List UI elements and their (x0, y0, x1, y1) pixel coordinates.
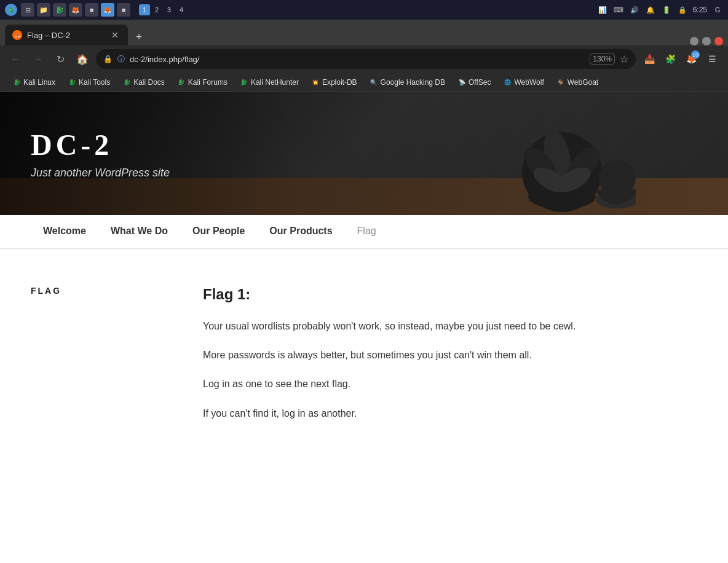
notification-icon[interactable]: 🔔 (645, 4, 656, 15)
cpu-icon: 📊 (597, 4, 608, 15)
bookmark-star-icon[interactable]: ☆ (620, 53, 628, 65)
bookmark-webwolf-label: WebWolf (514, 78, 544, 87)
kali-tools-favicon: 🐉 (68, 78, 76, 87)
bookmark-google-hacking-label: Google Hacking DB (381, 78, 445, 87)
bookmark-exploit-db-label: Exploit-DB (322, 78, 357, 87)
workspace-3[interactable]: 3 (164, 4, 175, 15)
webwolf-favicon: 🌐 (503, 78, 512, 87)
zoom-level: 130% (590, 53, 615, 65)
window-controls (690, 37, 723, 45)
nav-bar: ← → ↻ 🏠 🔒 ⓘ dc-2/index.php/flag/ 130% ☆ … (0, 45, 728, 73)
browser-tab-active[interactable]: 🦊 Flag – DC-2 ✕ (5, 25, 128, 45)
kali-linux-favicon: 🐉 (12, 78, 21, 87)
offsec-favicon: 📡 (457, 78, 466, 87)
home-button[interactable]: 🏠 (74, 50, 91, 68)
content-main: Flag 1: Your usual wordlists probably wo… (203, 286, 697, 422)
kali-nethunter-favicon: 🐉 (240, 78, 248, 87)
bookmarks-bar: 🐉 Kali Linux 🐉 Kali Tools 🐉 Kali Docs 🐉 … (0, 73, 728, 92)
nav-item-our-people[interactable]: Our People (180, 215, 257, 249)
bookmark-exploit-db[interactable]: 💥 Exploit-DB (306, 76, 362, 89)
pocket-icon[interactable]: 📥 (641, 50, 658, 68)
info-icon: ⓘ (117, 54, 125, 65)
address-bar[interactable]: 🔒 ⓘ dc-2/index.php/flag/ 130% ☆ (96, 49, 636, 69)
url-text: dc-2/index.php/flag/ (130, 55, 585, 64)
content-paragraph-4: If you can't find it, log in as another. (203, 405, 697, 422)
account-icon[interactable]: 🦊 10 (682, 50, 700, 68)
bookmark-webgoat[interactable]: 🐐 WebGoat (552, 76, 603, 89)
content-sidebar: FLAG (31, 286, 166, 422)
bookmark-kali-linux[interactable]: 🐉 Kali Linux (7, 76, 60, 89)
content-paragraph-2: More passwords is always better, but som… (203, 347, 697, 363)
google-hacking-favicon: 🔍 (370, 78, 378, 87)
site-title: DC-2 (31, 128, 170, 162)
content-heading: Flag 1: (203, 286, 697, 303)
chrome-icon: G (712, 4, 723, 15)
bookmark-webwolf[interactable]: 🌐 WebWolf (498, 76, 548, 89)
taskbar-app-3[interactable]: 🐉 (53, 3, 66, 17)
hero-text-content: DC-2 Just another WordPress site (0, 103, 200, 204)
bookmark-kali-tools-label: Kali Tools (79, 78, 110, 87)
taskbar-apps: ⊞ 📁 🐉 🦊 ■ 🦊 ■ (21, 3, 130, 17)
keyboard-icon: ⌨ (613, 4, 624, 15)
system-bar-right: 📊 ⌨ 🔊 🔔 🔋 🔒 6:25 G (597, 4, 723, 15)
nav-item-our-products[interactable]: Our Products (257, 215, 344, 249)
minimize-button[interactable] (690, 37, 698, 45)
security-icon: 🔒 (103, 55, 113, 63)
nav-right-controls: 📥 🧩 🦊 10 ☰ (641, 50, 721, 68)
taskbar-app-5[interactable]: ■ (85, 3, 98, 17)
menu-button[interactable]: ☰ (703, 50, 721, 68)
main-content-area: FLAG Flag 1: Your usual wordlists probab… (0, 249, 728, 459)
kali-forums-favicon: 🐉 (177, 78, 186, 87)
taskbar-app-2[interactable]: 📁 (37, 3, 50, 17)
site-navigation: Welcome What We Do Our People Our Produc… (0, 215, 728, 249)
hero-section: DC-2 Just another WordPress site (0, 92, 728, 215)
bookmark-kali-docs-label: Kali Docs (133, 78, 165, 87)
exploit-db-favicon: 💥 (311, 78, 320, 87)
maximize-button[interactable] (702, 37, 711, 45)
bookmark-kali-docs[interactable]: 🐉 Kali Docs (117, 76, 170, 89)
taskbar-app-6[interactable]: 🦊 (101, 3, 114, 17)
nav-item-flag[interactable]: Flag (345, 215, 389, 249)
webgoat-favicon: 🐐 (556, 78, 565, 87)
system-bar: 🐉 ⊞ 📁 🐉 🦊 ■ 🦊 ■ 1 2 3 4 📊 ⌨ 🔊 🔔 🔋 🔒 6:25… (0, 0, 728, 20)
lock-icon: 🔒 (677, 4, 688, 15)
workspace-1[interactable]: 1 (139, 4, 150, 15)
notification-badge: 10 (691, 50, 700, 59)
taskbar-app-4[interactable]: 🦊 (69, 3, 82, 17)
bookmark-kali-forums[interactable]: 🐉 Kali Forums (172, 76, 232, 89)
tab-title: Flag – DC-2 (27, 31, 105, 40)
bookmark-kali-nethunter-label: Kali NetHunter (251, 78, 299, 87)
content-body: Your usual wordlists probably won't work… (203, 318, 697, 422)
bookmark-kali-tools[interactable]: 🐉 Kali Tools (63, 76, 115, 89)
workspace-2[interactable]: 2 (151, 4, 162, 15)
bookmark-offsec-label: OffSec (469, 78, 491, 87)
taskbar-app-7[interactable]: ■ (117, 3, 130, 17)
workspace-nums: 1 2 3 4 (139, 4, 187, 15)
taskbar-app-1[interactable]: ⊞ (21, 3, 34, 17)
bookmark-kali-nethunter[interactable]: 🐉 Kali NetHunter (235, 76, 304, 89)
new-tab-button[interactable]: + (130, 28, 148, 45)
tab-bar: 🦊 Flag – DC-2 ✕ + (0, 20, 728, 45)
kali-dragon-icon: 🐉 (5, 4, 17, 16)
bookmark-kali-linux-label: Kali Linux (23, 78, 55, 87)
workspace-4[interactable]: 4 (176, 4, 187, 15)
battery-icon: 🔋 (661, 4, 672, 15)
bookmark-offsec[interactable]: 📡 OffSec (453, 76, 496, 89)
system-bar-left: 🐉 ⊞ 📁 🐉 🦊 ■ 🦊 ■ 1 2 3 4 (5, 3, 593, 17)
kali-docs-favicon: 🐉 (122, 78, 131, 87)
bookmark-webgoat-label: WebGoat (568, 78, 598, 87)
nav-item-what-we-do[interactable]: What We Do (98, 215, 180, 249)
forward-button[interactable]: → (30, 50, 47, 68)
nav-item-welcome[interactable]: Welcome (31, 215, 98, 249)
content-paragraph-3: Log in as one to see the next flag. (203, 376, 697, 392)
extensions-icon[interactable]: 🧩 (662, 50, 679, 68)
tab-close-button[interactable]: ✕ (109, 30, 121, 41)
bookmark-google-hacking[interactable]: 🔍 Google Hacking DB (365, 76, 450, 89)
site-subtitle: Just another WordPress site (31, 167, 170, 179)
close-button[interactable] (714, 37, 723, 45)
refresh-button[interactable]: ↻ (52, 50, 69, 68)
back-button[interactable]: ← (7, 50, 25, 68)
sidebar-section-label: FLAG (31, 286, 166, 296)
system-time: 6:25 (693, 6, 707, 14)
content-paragraph-1: Your usual wordlists probably won't work… (203, 318, 697, 334)
